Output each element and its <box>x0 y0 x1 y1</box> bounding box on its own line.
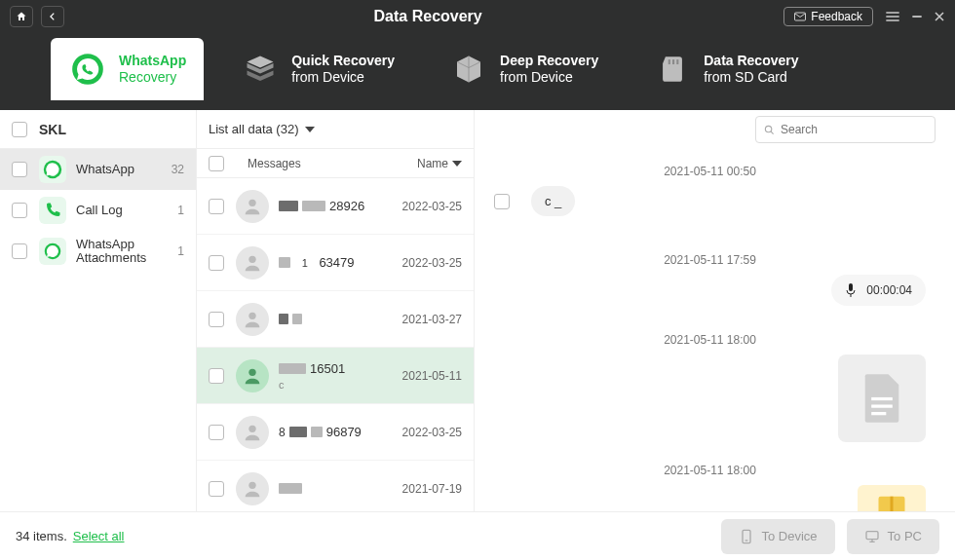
device-checkbox[interactable] <box>12 122 27 137</box>
avatar <box>236 246 269 280</box>
device-row[interactable]: SKL <box>0 110 196 149</box>
sidebar-item-call-log[interactable]: Call Log 1 <box>0 190 196 231</box>
message-row[interactable]: 1 63479 2022-03-25 <box>197 235 474 291</box>
search-icon <box>764 124 775 136</box>
row-date: 2022-03-25 <box>402 200 462 213</box>
row-checkbox[interactable] <box>209 425 224 440</box>
item-checkbox[interactable] <box>12 243 27 259</box>
svg-rect-21 <box>866 531 878 539</box>
sidebar-item-count: 1 <box>177 204 184 217</box>
tab-sd-card[interactable]: Data Recoveryfrom SD Card <box>635 38 816 100</box>
chevron-down-icon <box>305 127 315 132</box>
row-checkbox[interactable] <box>209 199 224 214</box>
device-export-icon <box>739 529 754 544</box>
message-list-panel: List all data (32) Messages Name 289 <box>197 110 475 511</box>
svg-point-7 <box>248 199 255 205</box>
sidebar-item-whatsapp[interactable]: WhatsApp 32 <box>0 149 196 190</box>
document-icon <box>860 372 903 425</box>
minimize-icon[interactable] <box>910 10 924 23</box>
sort-by-name[interactable]: Name <box>417 157 462 170</box>
sd-card-icon <box>653 50 692 89</box>
sidebar-item-count: 1 <box>177 244 184 258</box>
filter-bar[interactable]: List all data (32) <box>197 110 474 149</box>
chevron-left-icon <box>48 12 57 21</box>
to-pc-button[interactable]: To PC <box>847 519 939 554</box>
back-button[interactable] <box>41 6 64 27</box>
feedback-label: Feedback <box>811 10 862 23</box>
zip-icon <box>877 492 906 511</box>
phone-icon <box>39 197 66 224</box>
sidebar-item-label: WhatsApp <box>76 163 172 176</box>
avatar <box>236 472 269 505</box>
sidebar-item-label: WhatsApp Attachments <box>76 238 177 266</box>
timestamp: 2021-05-11 18:00 <box>664 333 756 347</box>
row-date: 2021-05-11 <box>402 369 462 383</box>
stack-icon <box>241 50 280 89</box>
svg-point-10 <box>248 368 255 375</box>
search-input[interactable] <box>781 123 927 136</box>
row-checkbox[interactable] <box>209 481 224 497</box>
item-checkbox[interactable] <box>12 203 27 218</box>
close-icon[interactable] <box>934 11 945 22</box>
home-button[interactable] <box>10 6 33 27</box>
message-row[interactable]: 16501c 2021-05-11 <box>197 348 474 404</box>
tab-quick-recovery[interactable]: Quick Recoveryfrom Device <box>223 38 412 100</box>
zip-attachment[interactable] <box>858 485 926 511</box>
sidebar-item-attachments[interactable]: WhatsApp Attachments 1 <box>0 231 196 272</box>
message-row[interactable]: 2021-07-19 <box>197 461 474 511</box>
message-detail: 2021-05-11 00:50 c _ 2021-05-11 17:59 00… <box>475 110 955 511</box>
row-checkbox[interactable] <box>209 255 224 271</box>
sidebar-item-count: 32 <box>172 163 184 176</box>
whatsapp-icon <box>68 50 107 89</box>
attachment-icon <box>39 238 66 265</box>
pc-export-icon <box>864 529 880 544</box>
home-icon <box>16 11 27 22</box>
bubble-checkbox[interactable] <box>494 194 510 209</box>
svg-rect-16 <box>871 404 893 407</box>
item-checkbox[interactable] <box>12 162 27 177</box>
svg-rect-4 <box>676 59 678 64</box>
avatar <box>236 416 269 449</box>
voice-message[interactable]: 00:00:04 <box>831 275 926 306</box>
select-all-checkbox[interactable] <box>209 156 224 171</box>
svg-point-8 <box>248 255 255 262</box>
message-row[interactable]: 896879 2022-03-25 <box>197 404 474 461</box>
list-header: Messages Name <box>197 149 474 178</box>
avatar <box>236 359 269 392</box>
filter-label: List all data (32) <box>209 122 299 136</box>
mode-tabs: WhatsAppRecovery Quick Recoveryfrom Devi… <box>0 32 955 100</box>
message-row[interactable]: 2021-03-27 <box>197 291 474 348</box>
svg-rect-2 <box>668 59 670 64</box>
row-date: 2021-07-19 <box>402 482 462 496</box>
tab-whatsapp-recovery[interactable]: WhatsAppRecovery <box>51 38 204 100</box>
svg-point-11 <box>248 425 255 431</box>
device-name: SKL <box>39 122 66 137</box>
svg-rect-17 <box>871 412 886 415</box>
col-messages: Messages <box>248 157 417 170</box>
footer: 34 items. Select all To Device To PC <box>0 511 955 560</box>
feedback-button[interactable]: Feedback <box>783 7 873 26</box>
svg-point-13 <box>765 126 771 131</box>
row-checkbox[interactable] <box>209 368 224 384</box>
mic-icon <box>845 282 857 298</box>
menu-icon[interactable] <box>885 10 900 23</box>
to-device-button[interactable]: To Device <box>721 519 835 554</box>
row-checkbox[interactable] <box>209 312 224 327</box>
item-count: 34 items. <box>16 529 67 543</box>
select-all-link[interactable]: Select all <box>73 529 125 543</box>
message-row[interactable]: 28926 2022-03-25 <box>197 178 474 235</box>
box-icon <box>449 50 488 89</box>
voice-duration: 00:00:04 <box>866 283 912 297</box>
svg-rect-19 <box>891 497 894 511</box>
app-title: Data Recovery <box>72 8 783 25</box>
chevron-down-icon <box>452 161 462 167</box>
svg-rect-14 <box>849 283 853 291</box>
document-attachment[interactable] <box>838 355 926 442</box>
search-box[interactable] <box>755 116 936 143</box>
mail-icon <box>794 12 806 21</box>
sidebar-item-label: Call Log <box>76 204 177 217</box>
svg-rect-3 <box>672 59 674 64</box>
avatar <box>236 303 269 336</box>
whatsapp-small-icon <box>39 156 66 183</box>
tab-deep-recovery[interactable]: Deep Recoveryfrom Device <box>432 38 616 100</box>
